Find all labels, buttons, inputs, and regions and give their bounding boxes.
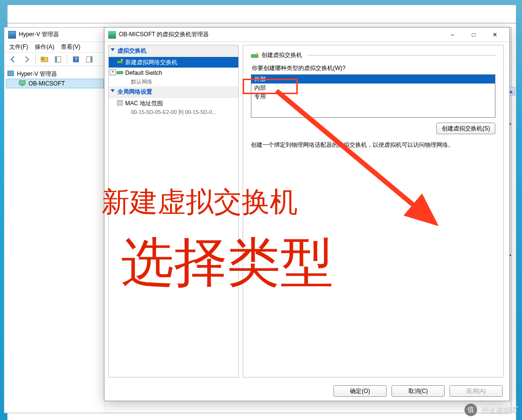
- toolbar-folder-icon[interactable]: [39, 54, 50, 65]
- option-internal[interactable]: 内部: [251, 84, 495, 92]
- hyperv-icon: [8, 31, 16, 39]
- toolbar-view2-icon[interactable]: [84, 54, 95, 65]
- svg-rect-8: [8, 71, 14, 76]
- switch-icon: [116, 69, 123, 76]
- ok-button[interactable]: 确定(O): [334, 385, 387, 397]
- svg-point-12: [121, 59, 123, 61]
- apply-button[interactable]: 应用(A): [450, 385, 503, 397]
- menu-view[interactable]: 查看(V): [61, 43, 80, 51]
- tree-root[interactable]: Hyper-V 管理器: [4, 69, 105, 79]
- watermark-badge-icon: 值: [464, 404, 477, 416]
- watermark: 值 什么值得买: [464, 404, 517, 416]
- item-label: Default Switch: [125, 70, 162, 76]
- menu-file[interactable]: 文件(F): [9, 43, 28, 51]
- svg-rect-15: [251, 55, 258, 57]
- virtual-switch-manager-dialog: OB-MICSOFT 的虚拟交换机管理器 – □ ✕ 虚拟交换机 新建虚拟网络交…: [104, 27, 510, 401]
- dialog-right-pane: 创建虚拟交换机 你要创建哪种类型的虚拟交换机(W)? 外部 内部 专用 创建虚拟…: [243, 45, 504, 378]
- create-switch-icon: [251, 52, 259, 59]
- toolbar-help-icon[interactable]: ?: [70, 54, 82, 65]
- section-title: 创建虚拟交换机: [261, 51, 302, 59]
- svg-rect-3: [55, 56, 57, 62]
- divider: [308, 55, 495, 56]
- svg-text:?: ?: [74, 56, 77, 62]
- cancel-button[interactable]: 取消(C): [392, 385, 445, 397]
- hyperv-tree: Hyper-V 管理器 OB-MICSOFT: [4, 67, 106, 413]
- watermark-text: 什么值得买: [481, 406, 517, 415]
- svg-rect-1: [41, 57, 44, 58]
- option-external[interactable]: 外部: [251, 75, 495, 84]
- dialog-footer: 确定(O) 取消(C) 应用(A): [104, 381, 509, 401]
- svg-rect-11: [117, 61, 123, 63]
- computer-icon: [19, 80, 27, 87]
- maximize-button[interactable]: □: [463, 28, 484, 42]
- svg-rect-7: [90, 56, 92, 62]
- menu-action[interactable]: 操作(A): [35, 43, 54, 51]
- item-default-switch[interactable]: Default Switch: [109, 68, 238, 78]
- new-switch-icon: [116, 58, 123, 65]
- option-private[interactable]: 专用: [251, 92, 495, 101]
- dialog-left-tree: 虚拟交换机 新建虚拟网络交换机 Default Switch 默认网络 全局网络…: [108, 45, 239, 378]
- group-virtual-switches[interactable]: 虚拟交换机: [109, 45, 238, 57]
- toolbar-view1-icon[interactable]: [52, 54, 64, 65]
- hyperv-title: Hyper-V 管理器: [19, 30, 59, 39]
- group-global-network[interactable]: 全局网络设置: [109, 86, 238, 98]
- svg-rect-9: [19, 81, 25, 84]
- close-button[interactable]: ✕: [484, 28, 506, 42]
- item-label: MAC 地址范围: [125, 100, 163, 107]
- mac-icon: [116, 99, 123, 106]
- svg-rect-14: [117, 100, 122, 105]
- item-new-virtual-switch[interactable]: 新建虚拟网络交换机: [109, 57, 238, 68]
- server-icon: [7, 70, 15, 77]
- item-default-switch-sub: 默认网络: [109, 78, 238, 86]
- create-virtual-switch-button[interactable]: 创建虚拟交换机(S): [436, 123, 495, 134]
- nav-back-button[interactable]: [7, 54, 19, 65]
- switch-type-listbox[interactable]: 外部 内部 专用: [251, 74, 495, 118]
- svg-rect-10: [21, 85, 24, 86]
- tree-node-label: OB-MICSOFT: [29, 80, 65, 87]
- item-mac-range[interactable]: MAC 地址范围: [109, 98, 238, 109]
- switch-type-description: 创建一个绑定到物理网络适配器的虚拟交换机，以便虚拟机可以访问物理网络。: [251, 141, 495, 149]
- nav-forward-button[interactable]: [21, 54, 32, 65]
- dialog-title: OB-MICSOFT 的虚拟交换机管理器: [119, 30, 209, 39]
- item-label: 新建虚拟网络交换机: [125, 59, 177, 66]
- minimize-button[interactable]: –: [442, 28, 463, 42]
- svg-rect-13: [117, 71, 123, 74]
- switch-manager-icon: [108, 31, 116, 39]
- switch-type-question: 你要创建哪种类型的虚拟交换机(W)?: [252, 64, 495, 72]
- tree-root-label: Hyper-V 管理器: [17, 70, 57, 78]
- tree-node-obmicsoft[interactable]: OB-MICSOFT: [6, 79, 104, 88]
- dialog-titlebar[interactable]: OB-MICSOFT 的虚拟交换机管理器 – □ ✕: [104, 28, 509, 42]
- svg-point-16: [256, 52, 259, 55]
- item-mac-range-sub: 00-15-5D-05-E2-00 到 00-15-5D-0...: [109, 109, 238, 117]
